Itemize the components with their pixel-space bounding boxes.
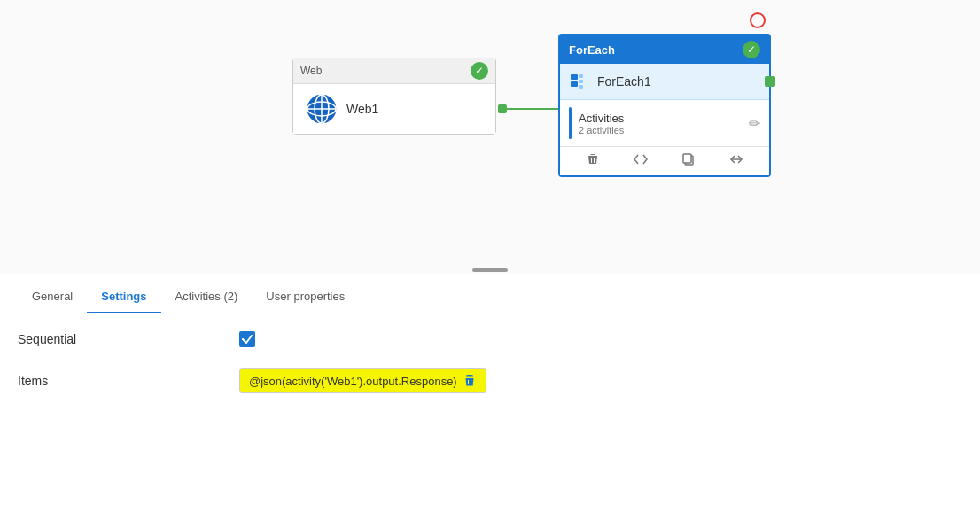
- svg-rect-6: [571, 81, 578, 87]
- activities-bar: Activities 2 activities: [569, 107, 624, 139]
- svg-rect-11: [683, 154, 691, 163]
- canvas-area: Web ✓ Web1 ForEach ✓: [0, 0, 980, 274]
- activities-label: Activities: [579, 112, 624, 125]
- tab-user-properties[interactable]: User properties: [252, 281, 359, 313]
- svg-rect-8: [579, 80, 583, 83]
- items-label: Items: [18, 374, 239, 388]
- items-row: Items @json(activity('Web1').output.Resp…: [18, 368, 962, 393]
- items-expression: @json(activity('Web1').output.Response): [249, 375, 457, 388]
- tabs-bar: General Settings Activities (2) User pro…: [0, 274, 980, 313]
- web1-check-badge: ✓: [471, 62, 488, 80]
- activities-edit-icon[interactable]: ✏: [749, 115, 760, 132]
- items-pill[interactable]: @json(activity('Web1').output.Response): [239, 368, 486, 393]
- foreach-toolbar: [560, 147, 769, 175]
- svg-rect-5: [571, 74, 578, 80]
- foreach-check-badge: ✓: [743, 41, 760, 58]
- foreach-name: ForEach1: [597, 74, 651, 89]
- red-circle-indicator: [750, 12, 766, 28]
- settings-content: Sequential Items @json(activity('Web1').…: [0, 313, 980, 432]
- foreach-arrow-icon[interactable]: [729, 152, 743, 170]
- foreach-loop-icon: [569, 71, 590, 92]
- web1-node-header: Web ✓: [293, 58, 495, 84]
- tab-general[interactable]: General: [18, 281, 87, 313]
- web1-title: Web1: [346, 102, 378, 116]
- foreach-header-title: ForEach: [569, 43, 615, 57]
- items-delete-icon[interactable]: [463, 374, 477, 388]
- sequential-value: [239, 331, 255, 347]
- activities-count: 2 activities: [579, 125, 624, 135]
- foreach-header: ForEach ✓: [560, 35, 769, 64]
- globe-icon: [306, 93, 338, 125]
- connector-path: [507, 108, 560, 110]
- web1-node-body: Web1: [293, 84, 495, 134]
- sequential-checkbox[interactable]: [239, 331, 255, 347]
- svg-rect-7: [579, 74, 583, 78]
- divider-handle[interactable]: [472, 268, 508, 272]
- svg-rect-9: [579, 85, 583, 89]
- foreach-subheader: ForEach1: [560, 64, 769, 100]
- tab-settings[interactable]: Settings: [87, 281, 160, 313]
- foreach-right-connector-dot: [765, 76, 775, 87]
- sequential-label: Sequential: [18, 332, 239, 346]
- foreach-delete-icon[interactable]: [586, 152, 600, 170]
- web1-node[interactable]: Web ✓ Web1: [292, 58, 496, 135]
- web1-header-label: Web: [300, 65, 322, 77]
- foreach-copy-icon[interactable]: [681, 152, 696, 170]
- bottom-panel: General Settings Activities (2) User pro…: [0, 274, 980, 518]
- activities-section[interactable]: Activities 2 activities ✏: [560, 100, 769, 147]
- sequential-row: Sequential: [18, 331, 962, 347]
- activities-blue-bar: [569, 107, 572, 139]
- connector-left-dot: [498, 104, 507, 113]
- tab-activities[interactable]: Activities (2): [161, 281, 253, 313]
- activities-text: Activities 2 activities: [579, 112, 624, 135]
- foreach-code-icon[interactable]: [634, 152, 648, 170]
- connector-line: [498, 104, 566, 113]
- foreach-node[interactable]: ForEach ✓ ForEach1 Activities: [558, 34, 771, 177]
- items-value: @json(activity('Web1').output.Response): [239, 368, 486, 393]
